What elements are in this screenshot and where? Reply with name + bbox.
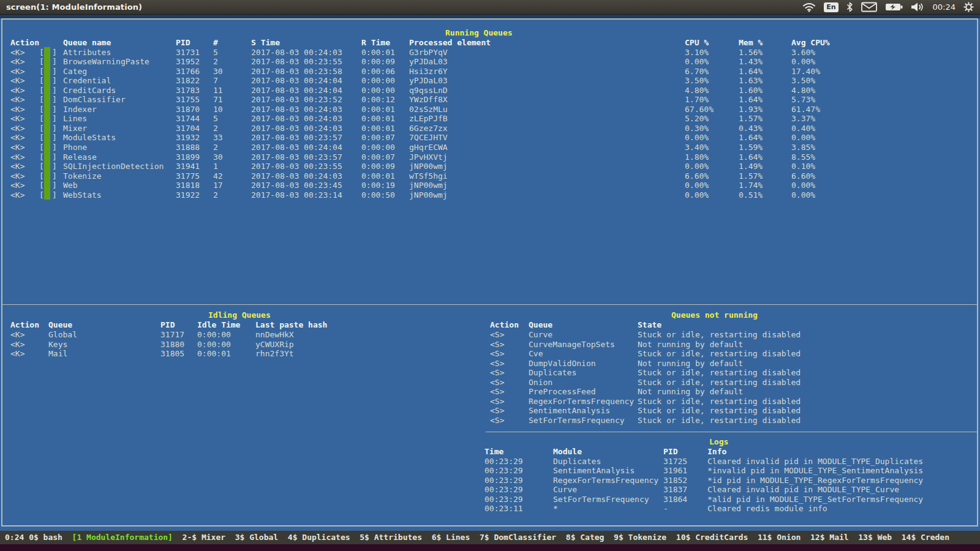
queues_not_running-cell-queue: CurveManageTopSets — [529, 340, 615, 349]
idling_queues-cell-pid: 31805 — [160, 349, 184, 358]
running_queues-cell-pid: 31775 — [176, 171, 200, 181]
running_queues-cell-r_time: 0:00:07 — [361, 133, 395, 142]
battery-icon[interactable] — [885, 2, 903, 12]
running_queues-cell-r_time: 0:00:00 — [361, 143, 395, 152]
idling_queues-header-2: PID — [160, 320, 175, 329]
idling_queues-cell-action: <K> — [10, 330, 24, 339]
running_queues-cell-action: <K> — [10, 181, 24, 190]
screen-window-entry: 14$ Creden — [902, 533, 949, 542]
idling_queues-header-1: Queue — [48, 320, 72, 329]
running_queues-cell-queue: DomClassifier — [63, 95, 126, 104]
idling_queues-cell-last_paste_hash: yCWUXRip — [255, 340, 294, 349]
logs-header-2: PID — [663, 447, 677, 456]
green-activity-bar — [44, 143, 50, 152]
idling_queues-cell-pid: 31717 — [160, 330, 184, 339]
queues_not_running-cell-state: Stuck or idle, restarting disabled — [638, 416, 801, 425]
logs-cell-time: 00:23:11 — [484, 504, 523, 513]
gear-icon[interactable] — [963, 2, 974, 12]
wifi-icon[interactable] — [802, 2, 816, 12]
terminal-screen[interactable]: Running QueuesActionQueue namePID#S Time… — [0, 15, 980, 531]
running_queues-cell-count: 10 — [213, 105, 223, 114]
idling_queues-header-4: Last paste hash — [255, 320, 327, 329]
running_queues-cell-s_time: 2017-08-03 00:23:55 — [251, 57, 342, 66]
running_queues-cell-action: <K> — [10, 114, 24, 123]
running_queues-cell-queue: BrowseWarningPaste — [63, 57, 149, 66]
running_queues-gauge-bracket: ] — [52, 124, 57, 133]
running_queues-cell-s_time: 2017-08-03 00:24:03 — [251, 124, 342, 133]
running_queues-cell-r_time: 0:00:50 — [361, 190, 395, 200]
running_queues-gauge-bracket: ] — [52, 95, 57, 104]
running_queues-cell-avg_cpu: 0.00% — [791, 133, 815, 142]
running_queues-cell-cpu: 0.30% — [685, 124, 709, 133]
queues_not_running-cell-queue: Curve — [529, 330, 552, 339]
running_queues-cell-mem: 1.74% — [739, 181, 763, 190]
system-tray: En 00:24 — [802, 2, 974, 12]
logs-cell-time: 00:23:29 — [484, 485, 523, 494]
running_queues-cell-cpu: 3.50% — [685, 76, 709, 85]
running_queues-cell-pid: 31818 — [176, 181, 200, 190]
running_queues-cell-processed: zLEpPJfB — [409, 114, 448, 123]
running_queues-cell-avg_cpu: 3.37% — [791, 114, 815, 123]
logs-cell-pid: 31961 — [663, 466, 687, 475]
idling_queues-header-0: Action — [10, 320, 39, 329]
running_queues-cell-mem: 1.57% — [739, 171, 763, 181]
running_queues-cell-s_time: 2017-08-03 00:24:03 — [251, 105, 342, 114]
queues_not_running-cell-action: <S> — [490, 330, 504, 339]
running_queues-cell-mem: 1.64% — [739, 133, 763, 142]
queues_not_running-cell-queue: SentimentAnalysis — [529, 406, 610, 415]
green-activity-bar — [44, 66, 50, 76]
screen-window-entry: 11$ Onion — [758, 533, 801, 542]
running_queues-cell-action: <K> — [10, 95, 24, 104]
running_queues-cell-queue: SQLInjectionDetection — [63, 162, 164, 171]
green-activity-bar — [44, 47, 50, 57]
running_queues-cell-r_time: 0:00:09 — [361, 162, 395, 171]
running_queues-cell-mem: 1.59% — [739, 143, 763, 152]
running_queues-header-5: R Time — [361, 38, 390, 47]
running_queues-cell-r_time: 0:00:00 — [361, 76, 395, 85]
running_queues-cell-avg_cpu: 3.85% — [791, 143, 815, 152]
queues_not_running-cell-state: Stuck or idle, restarting disabled — [638, 378, 801, 387]
screen-status-bar: 0:24 0$ bash [1 ModuleInformation] 2-$ M… — [0, 531, 980, 544]
bluetooth-icon[interactable] — [846, 2, 853, 12]
running_queues-header-0: Action — [10, 38, 39, 47]
panel-clock[interactable]: 00:24 — [933, 2, 956, 12]
running_queues-cell-count: 30 — [213, 152, 223, 162]
green-activity-bar — [44, 133, 50, 143]
running_queues-cell-r_time: 0:00:01 — [361, 105, 395, 114]
green-activity-bar — [44, 181, 50, 190]
running_queues-cell-processed: jNP00wmj — [409, 181, 448, 190]
running_queues-cell-cpu: 0.00% — [685, 57, 709, 66]
queues_not_running-cell-action: <S> — [490, 340, 504, 349]
running_queues-cell-s_time: 2017-08-03 00:24:04 — [251, 143, 342, 152]
running_queues-cell-queue: Lines — [63, 114, 87, 123]
logs-header-3: Info — [707, 447, 726, 456]
volume-icon[interactable] — [911, 2, 925, 12]
mail-icon[interactable] — [861, 2, 877, 12]
running_queues-cell-processed: G3rbPYqV — [409, 48, 448, 57]
window-title: screen(1: ModuleInformation) — [6, 2, 142, 12]
running_queues-cell-count: 2 — [213, 124, 218, 133]
keyboard-layout-indicator[interactable]: En — [824, 2, 838, 12]
logs-cell-info: *invalid pid in MODULE_TYPE_SentimentAna… — [707, 466, 923, 475]
running_queues-cell-count: 5 — [213, 48, 218, 57]
running_queues-cell-cpu: 6.70% — [685, 67, 709, 76]
queues_not_running-header-2: State — [638, 320, 662, 329]
running_queues-cell-processed: jNP00wmj — [409, 190, 448, 200]
queues_not_running-cell-state: Stuck or idle, restarting disabled — [638, 406, 801, 415]
queues_not_running-cell-action: <S> — [490, 378, 504, 387]
green-activity-bar — [44, 152, 50, 162]
running_queues-cell-queue: Release — [63, 152, 97, 162]
logs-cell-module: RegexForTermsFrequency — [553, 476, 658, 485]
divider-logs — [486, 432, 978, 432]
running_queues-cell-pid: 31755 — [176, 95, 200, 104]
running_queues-cell-avg_cpu: 5.73% — [791, 95, 815, 104]
border-right — [977, 18, 978, 527]
running_queues-cell-pid: 31932 — [176, 133, 200, 142]
queues_not_running-header-1: Queue — [529, 320, 552, 329]
screen-window-entry: 13$ Web — [858, 533, 892, 542]
running_queues-cell-processed: q9qssLnD — [409, 86, 448, 95]
running_queues-cell-s_time: 2017-08-03 00:23:55 — [251, 162, 342, 171]
running_queues-cell-queue: Indexer — [63, 105, 97, 114]
screen-window-entry: 9$ Tokenize — [614, 533, 666, 542]
running_queues-cell-pid: 31783 — [176, 86, 200, 95]
